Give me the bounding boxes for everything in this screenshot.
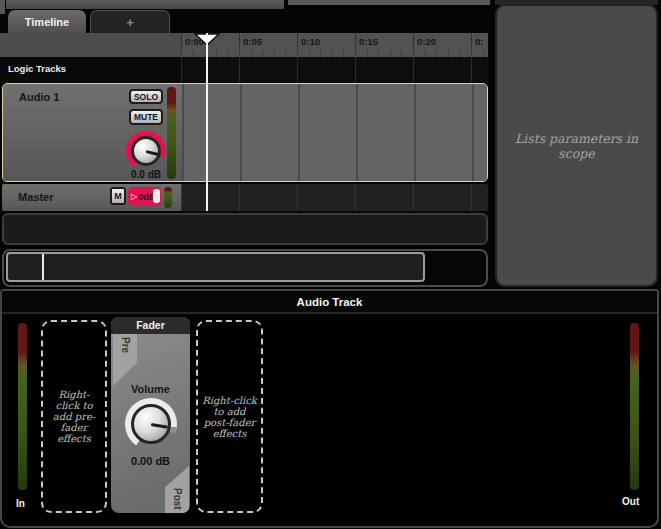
fader-param-label: Volume (111, 383, 190, 395)
logic-track-lane[interactable] (181, 57, 488, 82)
tab-timeline-label: Timeline (25, 16, 69, 28)
audio1-lane[interactable] (182, 84, 487, 181)
pre-tab: Pre (113, 334, 137, 386)
track-section-label: Logic Tracks (8, 63, 66, 74)
audio-track-panel: Audio Track In Right-click to add pre-fa… (0, 289, 659, 528)
track-header-spacer (0, 33, 181, 57)
audio1-header[interactable]: Audio 1 SOLO MUTE 0.0 dB (3, 84, 182, 181)
output-label: Out (622, 496, 639, 507)
fader-module: Fader Pre Post Volume 0.00 dB (111, 317, 190, 513)
track-row-logic[interactable]: Logic Tracks (0, 57, 488, 82)
parameter-list-panel: Lists parameters in scope (495, 4, 658, 287)
top-toolbar-strip (6, 0, 284, 9)
parameter-list-placeholder: Lists parameters in scope (497, 131, 656, 161)
volume-readout: 0.0 dB (119, 169, 173, 180)
post-tab: Post (165, 466, 189, 513)
pre-fader-effects-slot[interactable]: Right-click to add pre-fader effects (41, 320, 107, 513)
ruler-tick-label: 0:05 (243, 36, 262, 47)
input-label: In (16, 498, 25, 509)
solo-button[interactable]: SOLO (129, 89, 163, 104)
master-mute-button[interactable]: M (110, 187, 126, 205)
play-icon: ▷ (131, 193, 137, 201)
track-row-audio1[interactable]: Audio 1 SOLO MUTE 0.0 dB (2, 83, 488, 182)
fader-volume-readout: 0.00 dB (111, 455, 190, 467)
ruler-tick-label: 0:10 (301, 36, 320, 47)
pre-fader-hint: Right-click to add pre-fader effects (43, 389, 105, 444)
tab-add-new[interactable]: + (90, 10, 170, 34)
post-fader-hint: Right-click to add post-fader effects (198, 395, 261, 439)
post-fader-effects-slot[interactable]: Right-click to add post-fader effects (196, 320, 263, 513)
track-area-footer (2, 213, 488, 245)
ruler-tick-label: 0: (475, 36, 483, 47)
fader-title: Fader (111, 317, 190, 334)
ruler-minor-ticks (181, 50, 488, 57)
track-name: Audio 1 (19, 91, 59, 103)
scrollbar-position-marker (42, 254, 44, 280)
scrollbar-handle[interactable] (6, 252, 425, 282)
mute-button[interactable]: MUTE (129, 109, 163, 125)
input-meter (18, 323, 27, 490)
level-meter (167, 87, 176, 179)
track-name: Master (18, 191, 53, 203)
knob-notch (153, 189, 160, 203)
timeline-scrollbar[interactable] (2, 249, 488, 287)
timeline-ruler[interactable]: 0:00 0:05 0:10 0:15 0:20 0: (181, 33, 488, 57)
track-row-master[interactable]: Master M ▷ 0dB (2, 184, 488, 211)
panel-title: Audio Track (2, 291, 657, 314)
master-volume-badge[interactable]: ▷ 0dB (128, 187, 161, 206)
ruler-tick-label: 0:15 (359, 36, 378, 47)
master-lane[interactable] (181, 184, 488, 211)
daw-window: Timeline + 0:00 0:05 0:10 0:15 0:20 0: L… (0, 0, 661, 529)
ruler-tick-label: 0:20 (417, 36, 436, 47)
plus-icon: + (126, 15, 134, 30)
output-meter (630, 323, 639, 490)
level-meter (164, 187, 172, 208)
playhead-line (206, 33, 208, 211)
master-header[interactable]: Master M ▷ 0dB (2, 184, 181, 211)
tab-timeline[interactable]: Timeline (8, 10, 86, 33)
left-edge-strip (0, 0, 5, 14)
top-toolbar-strip-right (288, 0, 490, 5)
